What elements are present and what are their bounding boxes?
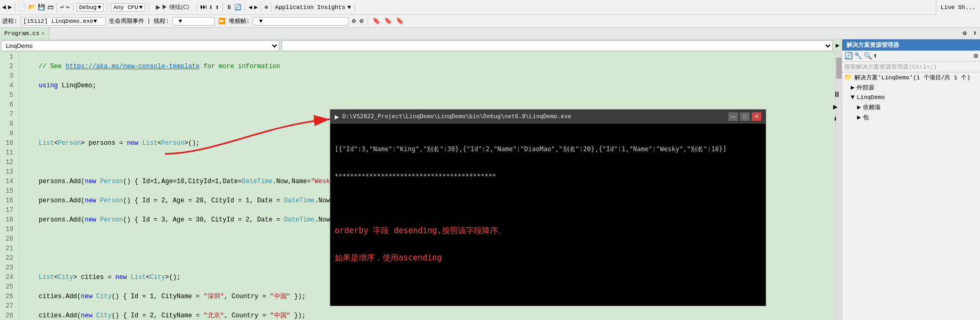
sol-collapse-icon[interactable]: ⬆ xyxy=(873,52,877,60)
console-close-button[interactable]: ✕ xyxy=(752,112,761,121)
ln-12: 12 xyxy=(0,158,15,167)
solution-explorer-panel: 解决方案资源管理器 🔄 🔧 🔍 ⬆ ⚙ 搜索解决方案资源管理器(Ctrl+;) … xyxy=(842,39,980,320)
open-icon[interactable]: 📂 xyxy=(28,4,36,11)
process-dropdown[interactable]: [15112] LinqDemo.exe ▼ xyxy=(21,17,106,26)
nav-forward-icon[interactable]: ▶ xyxy=(254,4,258,11)
tree-container: 📁 解决方案'LinqDemo'(1 个项目/共 1 个) ▶ 外部源 ▼ Li… xyxy=(842,72,980,320)
external-label: 外部源 xyxy=(857,84,874,92)
ln-15: 15 xyxy=(0,186,15,196)
continue-button[interactable]: ▶ ▶ 继续(C) xyxy=(152,2,193,13)
restart-icon[interactable]: 🔄 xyxy=(234,4,242,11)
breakpoint-icon[interactable]: ⏸ xyxy=(226,4,232,11)
code-line-3 xyxy=(23,100,835,110)
ln-21: 21 xyxy=(0,244,15,253)
undo-icon[interactable]: ↩ xyxy=(60,4,64,11)
solution-explorer-search: 搜索解决方案资源管理器(Ctrl+;) xyxy=(842,62,980,72)
tree-deps[interactable]: ▶ 依赖项 xyxy=(842,102,980,112)
code-line-1: // See https://aka.ms/new-console-templa… xyxy=(23,62,835,71)
tree-solution[interactable]: 📁 解决方案'LinqDemo'(1 个项目/共 1 个) xyxy=(842,72,980,83)
appinsights-label: Application Insights xyxy=(275,4,345,11)
step-out-icon[interactable]: ⬆ xyxy=(215,3,219,12)
debug-ctrl-3[interactable]: ⬇ xyxy=(833,114,841,124)
cpu-dropdown[interactable]: Any CPU ▼ xyxy=(111,3,145,12)
save-all-icon[interactable]: 🗃 xyxy=(47,4,53,11)
redo-icon[interactable]: ↪ xyxy=(66,4,70,11)
toolbar-sep-6 xyxy=(196,3,197,12)
save-icon[interactable]: 💾 xyxy=(38,4,45,11)
tree-package[interactable]: ▶ 包 xyxy=(842,112,980,122)
debug-config-dropdown[interactable]: Debug ▼ xyxy=(77,3,104,12)
editor-dropdowns: LinqDemo ▶ xyxy=(0,39,842,52)
toolbar-sep-9 xyxy=(261,3,261,12)
bookmark-icons[interactable]: 🔖 🔖 🔖 xyxy=(372,17,404,25)
editor-settings-icon[interactable]: ⚙ xyxy=(960,29,970,37)
console-titlebar: ▶ D:\VS2022_Project\LinqDemo\LinqDemo\bi… xyxy=(330,110,766,124)
sol-sync-icon[interactable]: 🔄 xyxy=(844,52,853,60)
tab-close-button[interactable]: ✕ xyxy=(41,30,45,37)
solution-explorer-title-text: 解决方案资源管理器 xyxy=(846,42,899,48)
process-label: 进程: xyxy=(2,17,18,25)
toolbar-sep-1 xyxy=(15,3,15,12)
appinsights-chevron[interactable]: ▼ xyxy=(347,4,351,11)
debug-config-chevron: ▼ xyxy=(98,4,102,11)
lifecycle-label: 生命周期事件 xyxy=(109,17,144,25)
ln-24: 24 xyxy=(0,273,15,282)
line-numbers: 1 2 3 4 5 6 7 8 9 10 11 12 13 14 xyxy=(0,52,19,320)
toolbar-sep-10 xyxy=(271,3,272,12)
ln-11: 11 xyxy=(0,148,15,158)
new-file-icon[interactable]: 📄 xyxy=(19,4,26,11)
ln-20: 20 xyxy=(0,234,15,244)
sol-filter-icon[interactable]: 🔍 xyxy=(863,52,872,60)
scrollbar-thumb[interactable] xyxy=(836,58,842,79)
tab-program-cs[interactable]: Program.cs ✕ xyxy=(0,28,49,39)
debug-ctrl-1[interactable]: ⏸ xyxy=(833,91,841,99)
package-icon: ▶ xyxy=(857,113,861,121)
debug-ctrl-2[interactable]: ▶ xyxy=(833,102,841,111)
solution-explorer-title: 解决方案资源管理器 xyxy=(842,39,980,51)
stack-icons[interactable]: ⚙ ⚙ xyxy=(352,17,363,25)
forward-icon[interactable]: ▶ xyxy=(8,3,12,11)
member-dropdown[interactable] xyxy=(281,40,833,51)
console-title-left: ▶ D:\VS2022_Project\LinqDemo\LinqDemo\bi… xyxy=(335,112,571,121)
ln-17: 17 xyxy=(0,206,15,215)
stack-dropdown[interactable]: ▼ xyxy=(253,17,348,26)
ln-4: 4 xyxy=(0,81,15,91)
ln-27: 27 xyxy=(0,301,15,311)
deps-label: 依赖项 xyxy=(863,103,881,111)
step-over-icon[interactable]: ⏭ xyxy=(200,3,207,11)
thread-dropdown[interactable]: ▼ xyxy=(172,17,215,26)
console-minimize-button[interactable]: — xyxy=(728,112,738,121)
console-blank1 xyxy=(335,199,761,208)
console-maximize-button[interactable]: □ xyxy=(740,112,750,121)
nav-back-icon[interactable]: ◀ xyxy=(248,4,252,11)
ln-26: 26 xyxy=(0,292,15,301)
console-annotation2: 如果是增序，使用ascending xyxy=(335,253,761,262)
tree-external[interactable]: ▶ 外部源 xyxy=(842,83,980,93)
sol-props-icon[interactable]: 🔧 xyxy=(854,52,862,60)
namespace-dropdown[interactable]: LinqDemo xyxy=(1,40,279,51)
scroll-right-icon[interactable]: ▶ xyxy=(834,42,842,50)
solution-explorer-toolbar: 🔄 🔧 🔍 ⬆ ⚙ xyxy=(842,51,980,62)
thread-icons[interactable]: ⏩ xyxy=(218,18,226,24)
back-icon[interactable]: ◀ xyxy=(2,3,6,11)
cpu-chevron: ▼ xyxy=(139,4,143,11)
step-into-icon[interactable]: ⬇ xyxy=(209,3,213,12)
thread-chevron: ▼ xyxy=(178,18,182,24)
deps-expand-icon: ▶ xyxy=(857,103,861,111)
sol-settings-icon[interactable]: ⚙ xyxy=(974,52,978,60)
toolbar-sep-8 xyxy=(245,3,245,12)
code-line-2: using LinqDemo; xyxy=(23,81,835,91)
cpu-label: Any CPU xyxy=(113,4,138,11)
ln-9: 9 xyxy=(0,129,15,138)
thread-label: 线程: xyxy=(154,17,169,25)
toolbar-sep-11 xyxy=(354,3,355,12)
ln-6: 6 xyxy=(0,100,15,110)
liveshare-button[interactable]: Live Sh... xyxy=(936,0,980,15)
tree-project[interactable]: ▼ LinqDemo xyxy=(842,93,980,102)
target-icon[interactable]: ⊕ xyxy=(264,4,268,11)
project-icon: ▼ xyxy=(851,94,854,101)
ln-14: 14 xyxy=(0,177,15,186)
project-label: LinqDemo xyxy=(857,94,885,101)
package-label: 包 xyxy=(863,113,869,121)
expand-icon[interactable]: ⬆ xyxy=(970,29,980,37)
